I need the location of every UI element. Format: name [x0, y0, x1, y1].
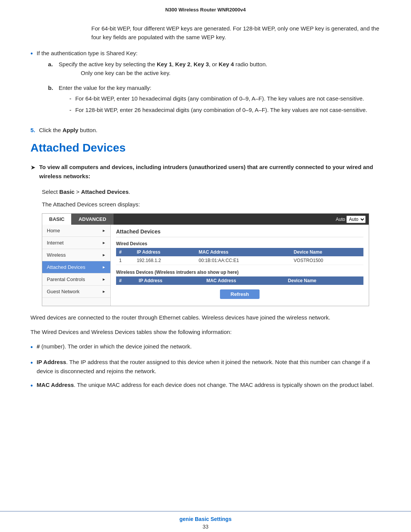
sidebar-arrow-internet: ►	[102, 241, 106, 245]
dash-sublist: - For 64-bit WEP, enter 10 hexadecimal d…	[69, 94, 367, 115]
wired-col-num: #	[116, 248, 134, 256]
wired-col-ip: IP Address	[134, 248, 196, 256]
router-ui-mockup: BASIC ADVANCED Auto Auto	[42, 213, 369, 306]
sidebar-item-parental[interactable]: Parental Controls ►	[42, 273, 110, 286]
router-sidebar: Home ► Internet ► Wireless ► Attached De…	[42, 225, 111, 306]
alpha-text-a: Specify the active key by selecting the …	[59, 60, 267, 81]
sidebar-arrow-wireless: ►	[102, 253, 106, 257]
wireless-col-name: Device Name	[285, 276, 363, 285]
wired-devices-table: # IP Address MAC Address Device Name 1 1…	[116, 248, 363, 265]
header-title: N300 Wireless Router WNR2000v4	[165, 7, 246, 13]
content-area: For 64-bit WEP, four different WEP keys …	[0, 16, 411, 511]
step-5: 5. Click the Apply button.	[30, 126, 381, 134]
wired-devices-label: Wired Devices	[116, 241, 363, 246]
sidebar-item-internet[interactable]: Internet ►	[42, 237, 110, 249]
info-item-num: • # (number). The order in which the dev…	[30, 342, 381, 353]
post-text-1: Wired devices are connected to the route…	[30, 313, 381, 322]
wireless-header-row: # IP Address MAC Address Device Name	[116, 276, 363, 285]
router-tabs: BASIC ADVANCED	[42, 214, 113, 225]
sidebar-item-attached[interactable]: Attached Devices ►	[42, 261, 110, 273]
dash-item-2: - For 128-bit WEP, enter 26 hexadecimal …	[69, 105, 367, 115]
router-topbar: BASIC ADVANCED Auto Auto	[42, 214, 369, 225]
section-heading-attached: Attached Devices	[30, 141, 381, 154]
tab-advanced[interactable]: ADVANCED	[72, 214, 113, 225]
dash-marker-1: -	[69, 94, 71, 104]
alpha-text-b: Enter the value for the key manually: - …	[59, 83, 367, 117]
info-item-ip: • IP Address. The IP address that the ro…	[30, 358, 381, 376]
wired-cell-ip: 192.168.1.2	[134, 256, 196, 265]
wired-cell-num: 1	[116, 256, 134, 265]
wireless-note: Wireless Devices (Wireless intruders als…	[116, 270, 363, 275]
arrow-marker-icon: ➤	[30, 163, 35, 173]
sidebar-arrow-parental: ►	[102, 277, 106, 281]
auth-bullet-list: • If the authentication type is Shared K…	[30, 49, 381, 121]
info-bullet-list: • # (number). The order in which the dev…	[30, 342, 381, 391]
info-text-ip: IP Address. The IP address that the rout…	[37, 358, 381, 376]
sidebar-item-home[interactable]: Home ►	[42, 225, 110, 237]
step-5-text: Click the Apply button.	[39, 126, 97, 134]
intro-paragraph: For 64-bit WEP, four different WEP keys …	[91, 24, 381, 42]
info-text-num: # (number). The order in which the devic…	[37, 342, 191, 351]
info-bullet-dot-2: •	[30, 358, 33, 369]
step-5-number: 5.	[30, 126, 35, 134]
alpha-item-a: a. Specify the active key by selecting t…	[48, 60, 367, 81]
sidebar-arrow-attached: ►	[102, 265, 106, 269]
wired-header-row: # IP Address MAC Address Device Name	[116, 248, 363, 256]
wired-cell-mac: 00:1B:01:AA:CC:E1	[196, 256, 291, 265]
wireless-table-header: # IP Address MAC Address Device Name	[116, 276, 363, 285]
router-main-panel: Attached Devices Wired Devices # IP Addr…	[111, 225, 369, 306]
page-container: N300 Wireless Router WNR2000v4 For 64-bi…	[0, 0, 411, 532]
router-page-title: Attached Devices	[116, 228, 363, 237]
bullet-dot-icon: •	[30, 49, 33, 59]
sidebar-item-wireless[interactable]: Wireless ►	[42, 249, 110, 261]
instruction-text: To view all computers and devices, inclu…	[39, 163, 381, 181]
sidebar-arrow-guest: ►	[102, 289, 106, 294]
footer-page-num: 33	[0, 524, 411, 530]
wired-table-header: # IP Address MAC Address Device Name	[116, 248, 363, 256]
info-item-mac: • MAC Address. The unique MAC address fo…	[30, 380, 381, 391]
select-instruction: Select Basic > Attached Devices.	[42, 187, 381, 196]
refresh-button[interactable]: Refresh	[220, 289, 260, 299]
screen-displays-text: The Attached Devices screen displays:	[42, 200, 381, 209]
refresh-btn-wrap: Refresh	[116, 289, 363, 302]
wired-cell-devname: VOSTRO1500	[291, 256, 363, 265]
alpha-item-b: b. Enter the value for the key manually:…	[48, 83, 367, 117]
router-body: Home ► Internet ► Wireless ► Attached De…	[42, 225, 369, 306]
sidebar-arrow-home: ►	[102, 228, 106, 233]
wireless-col-mac: MAC Address	[203, 276, 285, 285]
dash-marker-2: -	[69, 105, 71, 115]
info-bullet-dot-3: •	[30, 380, 33, 391]
wired-col-mac: MAC Address	[196, 248, 291, 256]
only-key-note: Only one key can be the active key.	[81, 69, 267, 77]
wireless-col-ip: IP Address	[136, 276, 204, 285]
wireless-col-num: #	[116, 276, 136, 285]
wireless-devices-table: # IP Address MAC Address Device Name	[116, 276, 363, 285]
info-bullet-dot-1: •	[30, 342, 33, 353]
alpha-label-a: a.	[48, 60, 56, 69]
auth-bullet-text: If the authentication type is Shared Key…	[37, 49, 367, 121]
auth-bullet-item: • If the authentication type is Shared K…	[30, 49, 381, 121]
page-header: N300 Wireless Router WNR2000v4	[0, 0, 411, 16]
sidebar-item-guest[interactable]: Guest Network ►	[42, 286, 110, 298]
dash-item-1: - For 64-bit WEP, enter 10 hexadecimal d…	[69, 94, 367, 104]
auto-dropdown[interactable]: Auto	[346, 216, 366, 223]
info-text-mac: MAC Address. The unique MAC address for …	[37, 380, 374, 390]
alpha-label-b: b.	[48, 83, 56, 92]
post-text-2: The Wired Devices and Wireless Devices t…	[30, 328, 381, 337]
auto-select-wrap: Auto Auto	[336, 216, 366, 223]
wired-table-row: 1 192.168.1.2 00:1B:01:AA:CC:E1 VOSTRO15…	[116, 256, 363, 265]
wired-table-body: 1 192.168.1.2 00:1B:01:AA:CC:E1 VOSTRO15…	[116, 256, 363, 265]
tab-basic[interactable]: BASIC	[42, 214, 72, 225]
page-footer: genie Basic Settings 33	[0, 511, 411, 532]
arrow-instruction: ➤ To view all computers and devices, inc…	[30, 163, 381, 181]
footer-label: genie Basic Settings	[0, 516, 411, 522]
alpha-sublist: a. Specify the active key by selecting t…	[48, 60, 367, 117]
wired-col-name: Device Name	[291, 248, 363, 256]
